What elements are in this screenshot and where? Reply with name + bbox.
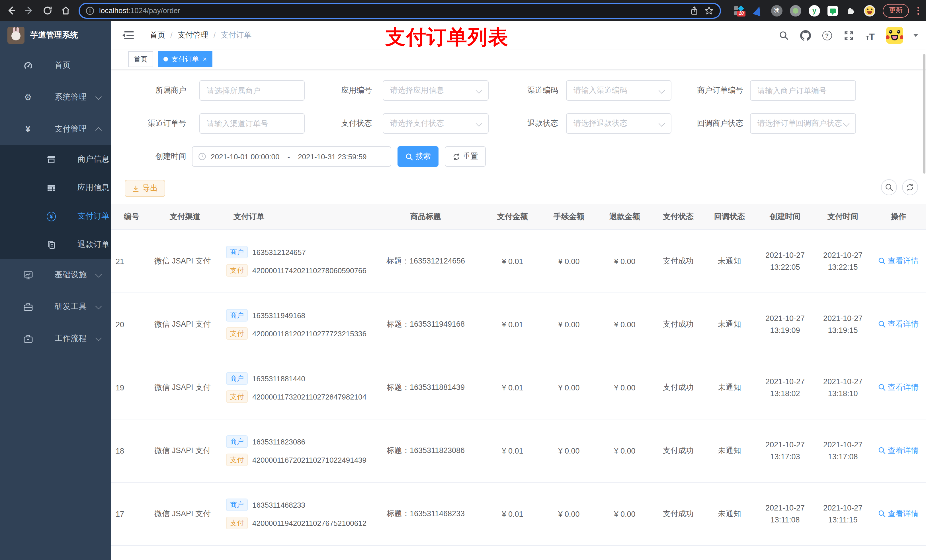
yen-icon: ¥ [23,124,33,134]
content: 所属商户 应用编号 请选择应用信息 渠道编码 请输入渠道编码 商户订单编号 渠道… [111,69,926,560]
hamburger-icon[interactable] [123,31,134,40]
back-icon[interactable] [6,5,16,16]
sidebar-item-pay-order[interactable]: ¥ 支付订单 [0,202,111,231]
col-header-pay-status: 支付状态 [653,212,704,222]
sidebar-item-merchant-info[interactable]: 商户信息 [0,145,111,174]
home-icon[interactable] [61,5,71,16]
search-icon[interactable] [778,30,789,41]
pay-tag: 支付 [226,327,248,340]
chrome-update-button[interactable]: 更新 [883,4,909,17]
forward-icon[interactable] [24,5,34,16]
refresh-icon [452,153,460,160]
help-icon[interactable]: ? [821,30,832,41]
breadcrumb: 首页 / 支付管理 / 支付订单 [150,30,251,41]
url-bar[interactable]: localhost:1024/pay/order [79,3,721,18]
user-avatar[interactable] [886,27,903,44]
bookmark-star-icon[interactable] [704,5,714,16]
cell-pay-order: 商户 1635311881440 支付 42000011732021102728… [225,372,367,403]
reset-button[interactable]: 重置 [445,146,486,167]
view-detail-link[interactable]: 查看详情 [878,509,918,519]
table-row: 17 微信 JSAPI 支付 商户 1635311468233 支付 42000… [111,483,926,546]
search-icon [878,384,885,391]
chat-extension-icon[interactable] [828,5,838,16]
refund-status-filter: 请选择退款状态 [566,113,672,134]
site-info-icon[interactable] [85,6,95,15]
sidebar-item-app-info[interactable]: 应用信息 [0,174,111,202]
show-search-toggle-button[interactable] [881,179,897,195]
github-icon[interactable] [800,30,811,41]
merchant-input[interactable] [199,80,305,101]
dashboard-icon [23,60,33,70]
kite-extension-icon[interactable] [752,5,764,16]
pay-status-filter-label: 支付状态 [304,113,372,134]
pay-tag: 支付 [226,454,248,466]
avatar-caret-icon[interactable] [914,34,918,37]
channel-order-no-input[interactable] [199,113,305,134]
dot-extension-icon[interactable] [790,5,801,16]
cell-notify-status: 未通知 [704,382,755,393]
screen: localhost:1024/pay/order 10 ⌘ y 更新 [0,0,926,560]
view-detail-link[interactable]: 查看详情 [878,256,918,266]
refund-status-select[interactable]: 请选择退款状态 [566,113,672,134]
pay-status-select[interactable]: 请选择支付状态 [383,113,489,134]
callback-status-filter-label: 回调商户状态 [666,113,743,134]
gear-icon: ⚙ [23,92,33,103]
y-extension-icon[interactable]: y [809,5,820,16]
chevron-down-icon [476,120,483,127]
command-extension-icon[interactable]: ⌘ [771,5,782,16]
app-select[interactable]: 请选择应用信息 [383,80,489,101]
view-detail-link[interactable]: 查看详情 [878,319,918,329]
sidebar-item-dev-tools[interactable]: 研发工具 [0,291,111,323]
export-button[interactable]: 导出 [125,180,165,197]
cell-pay-status: 支付成功 [653,256,704,266]
scrollbar-thumb[interactable] [923,54,925,174]
date-range-picker[interactable]: 2021-10-01 00:00:00 - 2021-10-31 23:59:5… [192,146,391,167]
pay-order-line: 支付 4200001167202110271022491439 [226,454,367,466]
cell-fee-amount: ¥ 0.00 [541,320,597,329]
fullscreen-icon[interactable] [843,30,854,41]
pay-order-line: 支付 4200001173202110272847982104 [226,390,367,403]
sidebar-item-payment[interactable]: ¥ 支付管理 [0,113,111,145]
breadcrumb-payment[interactable]: 支付管理 [178,30,209,41]
toolbox-icon [23,302,33,312]
cell-create-time: 2021-10-27 13:18:02 [755,376,815,400]
browser-menu-icon[interactable] [916,5,920,16]
merchant-tag: 商户 [226,435,248,448]
channel-code-select[interactable]: 请输入渠道编码 [566,80,672,101]
puzzle-extensions-icon[interactable] [845,5,856,16]
merchant-tag: 商户 [226,498,248,511]
share-icon[interactable] [689,5,699,16]
merchant-order-no-input[interactable] [750,80,856,101]
close-icon[interactable]: × [203,55,207,63]
chevron-up-icon [95,127,102,134]
view-detail-link[interactable]: 查看详情 [878,445,918,456]
font-size-icon[interactable]: TT [864,30,876,41]
date-range-end: 2021-10-31 23:59:59 [298,152,366,161]
view-detail-link[interactable]: 查看详情 [878,382,918,393]
cell-create-time: 2021-10-27 13:22:05 [755,249,815,273]
profile-avatar-icon[interactable] [864,5,875,16]
sidebar-item-label: 研发工具 [54,302,86,312]
sidebar-item-infrastructure[interactable]: 基础设施 [0,259,111,291]
callback-status-select[interactable]: 请选择订单回调商户状态 [750,113,856,134]
col-header-order: 支付订单 [225,212,367,222]
sidebar-item-home[interactable]: 首页 [0,50,111,82]
tag-pay-order[interactable]: 支付订单 × [158,51,212,67]
merchant-order-no: 1635311949168 [252,311,305,320]
pay-order-line: 支付 4200001181202110277723215336 [226,327,367,340]
sidebar-item-system[interactable]: ⚙ 系统管理 [0,82,111,113]
cell-refund-amount: ¥ 0.00 [597,447,653,455]
reload-icon[interactable] [42,5,52,16]
breadcrumb-home[interactable]: 首页 [150,30,165,41]
cell-fee-amount: ¥ 0.00 [541,510,597,518]
table-row: 19 微信 JSAPI 支付 商户 1635311881440 支付 42000… [111,356,926,420]
extension-badge-icon[interactable]: 10 [734,5,745,16]
tag-home[interactable]: 首页 [128,51,153,67]
refresh-table-button[interactable] [902,179,918,195]
col-header-channel: 支付渠道 [145,212,225,222]
search-button[interactable]: 搜索 [398,146,439,167]
sidebar-item-workflow[interactable]: 工作流程 [0,323,111,355]
sidebar: 芋道管理系统 首页 ⚙ 系统管理 ¥ 支付管理 [0,21,111,560]
pay-order-no: 4200001174202110278060590766 [252,266,366,275]
sidebar-item-refund-order[interactable]: 退款订单 [0,231,111,259]
